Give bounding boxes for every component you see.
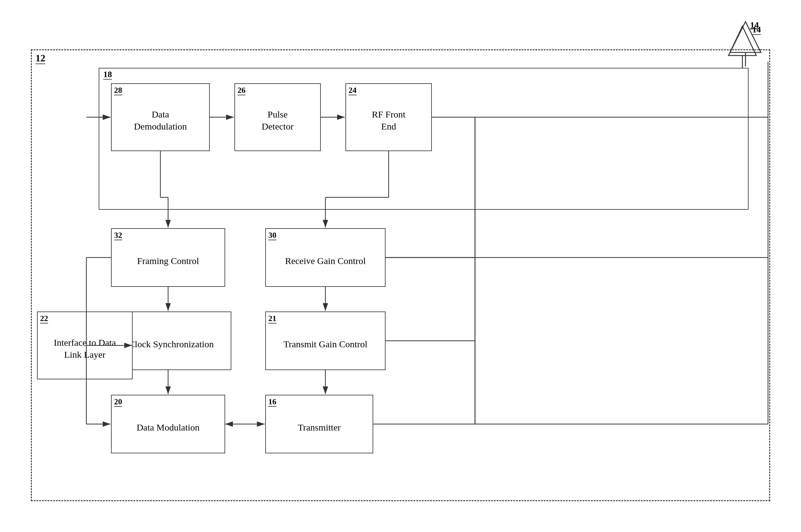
label-32: 32 — [114, 231, 122, 240]
text-24: RF FrontEnd — [371, 108, 405, 132]
label-26: 26 — [237, 86, 246, 95]
box-32: 32 Framing Control — [111, 228, 225, 287]
text-28: DataDemodulation — [134, 108, 187, 132]
box-26: 26 PulseDetector — [234, 83, 321, 151]
text-32: Framing Control — [137, 255, 199, 267]
box-22: 22 Interface to DataLink Layer — [37, 311, 133, 379]
text-26: PulseDetector — [262, 108, 293, 132]
box-28: 28 DataDemodulation — [111, 83, 210, 151]
label-21: 21 — [268, 314, 276, 323]
diagram-container: 14 12 18 28 DataDemodulation 26 PulseDet… — [12, 19, 789, 520]
box-16: 16 Transmitter — [265, 395, 373, 453]
svg-text:14: 14 — [750, 20, 759, 30]
box-21: 21 Transmit Gain Control — [265, 311, 385, 370]
label-20: 20 — [114, 397, 122, 406]
label-18: 18 — [103, 70, 112, 79]
text-30: Receive Gain Control — [285, 255, 366, 267]
label-22: 22 — [40, 314, 48, 323]
label-30: 30 — [268, 231, 276, 240]
label-24: 24 — [348, 86, 357, 95]
box-20: 20 Data Modulation — [111, 395, 225, 453]
text-16: Transmitter — [298, 421, 341, 433]
text-21: Transmit Gain Control — [283, 338, 367, 350]
antenna-svg: 14 — [727, 19, 764, 68]
box-24: 24 RF FrontEnd — [345, 83, 432, 151]
box-30: 30 Receive Gain Control — [265, 228, 385, 287]
text-20: Data Modulation — [137, 421, 199, 433]
text-34: Clock Synchronization — [129, 338, 214, 350]
label-28: 28 — [114, 86, 122, 95]
label-16: 16 — [268, 397, 276, 406]
text-22: Interface to DataLink Layer — [54, 337, 116, 361]
